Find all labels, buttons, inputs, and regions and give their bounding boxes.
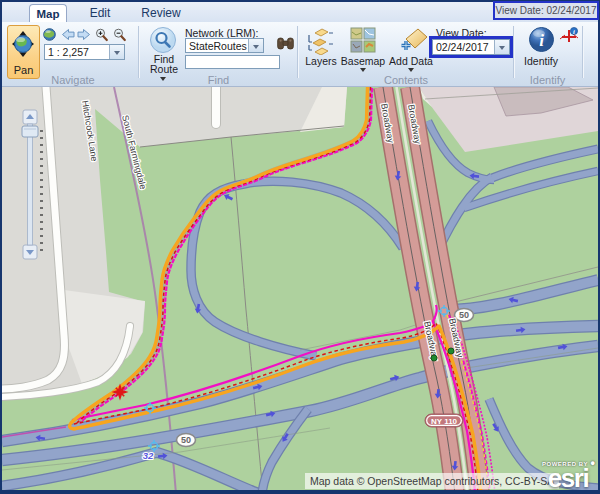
svg-text:32: 32 [143,450,154,461]
svg-text:50: 50 [181,435,191,445]
svg-text:NY 110: NY 110 [431,417,458,426]
svg-text:i: i [539,31,544,50]
svg-text:50: 50 [459,310,469,320]
svg-text:i: i [573,28,575,35]
